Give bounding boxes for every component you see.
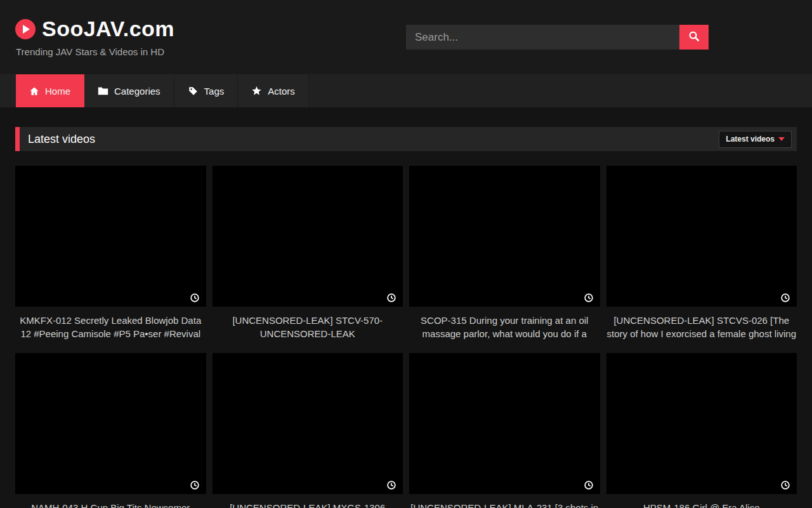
- site-tagline: Trending JAV Stars & Videos in HD: [16, 46, 164, 57]
- video-thumbnail[interactable]: [606, 353, 797, 494]
- site-logo[interactable]: SooJAV.com: [15, 17, 174, 41]
- video-title[interactable]: NAMH-043 H Cup Big Tits Newcomer (170cm …: [15, 501, 206, 508]
- nav-item-label: Categories: [114, 86, 160, 97]
- clock-icon: [387, 293, 396, 302]
- video-thumbnail[interactable]: [409, 353, 600, 494]
- section-header: Latest videos Latest videos: [15, 127, 797, 151]
- nav-item-label: Home: [45, 86, 70, 97]
- video-title[interactable]: SCOP-315 During your training at an oil …: [409, 314, 600, 340]
- video-thumbnail[interactable]: [409, 166, 600, 307]
- clock-icon: [584, 481, 593, 490]
- video-card: [UNCENSORED-LEAK] STCV-570-UNCENSORED-LE…: [213, 166, 403, 340]
- video-thumbnail[interactable]: [213, 166, 403, 307]
- video-title[interactable]: KMKFX-012 Secretly Leaked Blowjob Data 1…: [15, 314, 206, 340]
- video-card: SCOP-315 During your training at an oil …: [409, 166, 600, 340]
- video-card: KMKFX-012 Secretly Leaked Blowjob Data 1…: [15, 166, 206, 340]
- star-icon: [251, 86, 262, 96]
- video-thumbnail[interactable]: [606, 166, 797, 307]
- video-card: HPSM-186 Girl @ Era Alice: [606, 353, 797, 508]
- caret-down-icon: [778, 137, 785, 141]
- video-thumbnail[interactable]: [15, 166, 206, 307]
- video-card: NAMH-043 H Cup Big Tits Newcomer (170cm …: [15, 353, 206, 508]
- home-icon: [29, 86, 39, 96]
- main-nav: Home Categories Tags Actors: [0, 74, 812, 107]
- video-card: [UNCENSORED-LEAK] MXGS-1306 Absolutely: [213, 353, 403, 508]
- video-title[interactable]: [UNCENSORED-LEAK] STCV-570-UNCENSORED-LE…: [213, 314, 403, 340]
- clock-icon: [781, 293, 790, 302]
- site-header: SooJAV.com Trending JAV Stars & Videos i…: [0, 0, 812, 74]
- clock-icon: [190, 481, 199, 490]
- clock-icon: [584, 293, 593, 302]
- video-title[interactable]: [UNCENSORED-LEAK] MXGS-1306 Absolutely: [213, 501, 403, 508]
- nav-item-home[interactable]: Home: [16, 74, 84, 107]
- folder-icon: [98, 86, 108, 95]
- nav-item-categories[interactable]: Categories: [84, 74, 174, 107]
- nav-item-label: Actors: [268, 86, 295, 97]
- clock-icon: [190, 293, 199, 302]
- video-thumbnail[interactable]: [15, 353, 206, 494]
- video-card: [UNCENSORED-LEAK] STCVS-026 [The story o…: [606, 166, 797, 340]
- section-title: Latest videos: [20, 133, 95, 146]
- video-title[interactable]: HPSM-186 Girl @ Era Alice: [606, 501, 797, 508]
- nav-item-label: Tags: [204, 86, 225, 97]
- nav-item-tags[interactable]: Tags: [174, 74, 239, 107]
- sort-dropdown-label: Latest videos: [726, 135, 775, 144]
- tag-icon: [188, 86, 199, 96]
- search-input[interactable]: [406, 25, 679, 50]
- video-grid: KMKFX-012 Secretly Leaked Blowjob Data 1…: [15, 166, 797, 508]
- video-thumbnail[interactable]: [213, 353, 403, 494]
- clock-icon: [781, 481, 790, 490]
- magnifier-icon: [688, 30, 700, 44]
- search-button[interactable]: [679, 25, 709, 50]
- sort-dropdown[interactable]: Latest videos: [719, 131, 792, 148]
- nav-item-actors[interactable]: Actors: [238, 74, 309, 107]
- video-card: [UNCENSORED-LEAK] MLA-231 [3 shots in: [409, 353, 600, 508]
- play-icon: [15, 19, 36, 39]
- video-title[interactable]: [UNCENSORED-LEAK] STCVS-026 [The story o…: [606, 314, 797, 340]
- video-title[interactable]: [UNCENSORED-LEAK] MLA-231 [3 shots in: [409, 501, 600, 508]
- search-bar: [406, 25, 709, 50]
- site-name[interactable]: SooJAV.com: [42, 17, 174, 41]
- clock-icon: [387, 481, 396, 490]
